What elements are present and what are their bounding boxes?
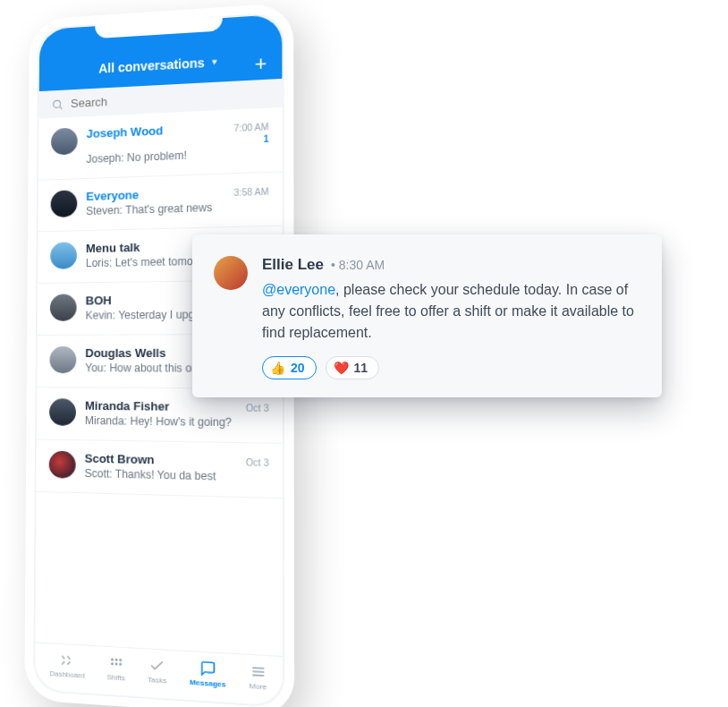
tab-label: Messages [190, 678, 226, 689]
search-icon [51, 98, 63, 111]
new-conversation-button[interactable]: + [255, 54, 267, 74]
avatar [51, 190, 78, 217]
avatar [214, 256, 248, 290]
conversation-row[interactable]: Everyone 3:58 AM Steven: That's great ne… [38, 172, 283, 232]
reaction-count: 11 [354, 361, 368, 375]
avatar [50, 242, 77, 269]
message-author: Ellie Lee [262, 256, 324, 274]
svg-point-4 [120, 660, 122, 661]
plus-icon: + [255, 52, 267, 75]
svg-point-7 [120, 663, 122, 665]
svg-line-10 [252, 675, 264, 676]
svg-point-6 [115, 663, 117, 665]
reaction-thumbs-up[interactable]: 👍 20 [262, 356, 317, 379]
dashboard-icon [59, 652, 75, 669]
conversation-name: BOH [86, 294, 112, 307]
tab-tasks[interactable]: Tasks [148, 657, 166, 686]
conversation-time: 7:00 AM [234, 122, 269, 133]
svg-line-1 [60, 106, 63, 109]
more-icon [250, 662, 267, 680]
conversation-row[interactable]: Scott Brown Oct 3 Scott: Thanks! You da … [37, 439, 283, 498]
tab-label: Shifts [106, 673, 125, 683]
conversation-name: Scott Brown [85, 451, 155, 466]
svg-point-2 [111, 659, 113, 660]
messages-icon [199, 660, 216, 677]
svg-line-9 [252, 671, 264, 672]
tab-shifts[interactable]: Shifts [106, 654, 125, 682]
conversation-name: Everyone [86, 188, 139, 203]
reaction-heart[interactable]: ❤️ 11 [326, 356, 380, 379]
svg-point-3 [115, 659, 117, 660]
search-input[interactable] [71, 87, 269, 110]
conversation-time: 3:58 AM [234, 186, 269, 198]
conversation-row[interactable]: Joseph Wood 7:00 AM 1 Joseph: No problem… [38, 107, 282, 181]
message-card: Ellie Lee 8:30 AM @everyone, please chec… [192, 234, 662, 397]
tab-messages[interactable]: Messages [190, 660, 226, 689]
tasks-icon [148, 657, 165, 675]
conversation-time: Oct 3 [246, 457, 269, 468]
conversations-dropdown[interactable]: All conversations ▼ [98, 55, 218, 76]
unread-count: 1 [234, 133, 269, 145]
thumbs-up-icon: 👍 [270, 361, 285, 375]
avatar [49, 451, 76, 479]
svg-point-5 [111, 663, 113, 665]
conversation-time: Oct 3 [246, 403, 269, 413]
heart-icon: ❤️ [334, 361, 349, 375]
tab-more[interactable]: More [250, 662, 267, 691]
tab-dashboard[interactable]: Dashboard [49, 651, 84, 679]
conversation-preview: Steven: That's great news [86, 200, 251, 217]
conversation-preview: Miranda: Hey! How's it going? [85, 414, 251, 430]
tab-label: More [250, 682, 267, 692]
mention[interactable]: @everyone [262, 282, 335, 297]
conversations-dropdown-label: All conversations [98, 55, 205, 76]
conversation-name: Miranda Fisher [85, 399, 169, 413]
conversation-name: Douglas Wells [85, 346, 165, 360]
message-body: @everyone, please check your schedule to… [262, 279, 637, 344]
tab-label: Tasks [148, 676, 166, 686]
message-time: 8:30 AM [331, 258, 385, 272]
svg-line-8 [252, 668, 264, 669]
conversation-name: Menu talk [86, 241, 140, 255]
avatar [49, 346, 76, 373]
avatar [49, 398, 76, 426]
shifts-icon [108, 654, 124, 672]
chevron-down-icon: ▼ [210, 57, 218, 67]
avatar [51, 128, 78, 156]
conversation-preview: Scott: Thanks! You da best [85, 467, 252, 484]
reactions-row: 👍 20 ❤️ 11 [262, 356, 637, 379]
reaction-count: 20 [291, 361, 305, 375]
svg-point-0 [54, 100, 61, 107]
tab-label: Dashboard [49, 669, 84, 680]
conversation-name: Joseph Wood [87, 124, 164, 141]
avatar [50, 294, 77, 321]
